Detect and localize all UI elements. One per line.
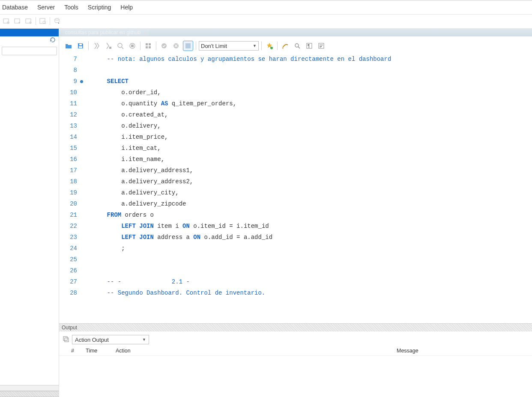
line-number: 8 [59,65,81,76]
code-line[interactable]: 18 a.delivery_address2, [59,176,532,187]
code-line[interactable]: 9 SELECT [59,76,532,87]
code-text[interactable]: -- - 2.1 - [81,276,190,287]
wrap-icon[interactable] [316,41,326,51]
code-line[interactable]: 25 [59,254,532,265]
menu-database[interactable]: Database [1,3,29,12]
code-text[interactable]: o.quantity AS q_item_per_orders, [81,98,236,109]
output-col-action[interactable]: Action [116,348,397,354]
code-text[interactable]: a.delivery_address2, [81,176,193,187]
menu-scripting[interactable]: Scripting [87,3,112,12]
rollback-icon[interactable] [171,41,181,51]
tab-title: consultas para publicar en github [65,30,140,36]
snippet-icon[interactable] [143,41,153,51]
code-text[interactable]: a.delivery_address1, [81,165,193,176]
favorite-icon[interactable] [264,41,275,51]
code-line[interactable]: 22 LEFT JOIN item i ON o.item_id = i.ite… [59,221,532,232]
open-file-icon[interactable] [63,41,74,51]
menu-server[interactable]: Server [36,3,56,12]
commit-icon[interactable] [159,41,169,51]
code-line[interactable]: 27 -- - 2.1 - [59,276,532,287]
code-text[interactable] [81,265,96,276]
navigator-header[interactable] [0,29,59,36]
line-number: 18 [59,176,81,187]
editor-tab[interactable]: consultas para publicar en github ✕ [63,29,149,36]
schema-search-input[interactable] [2,47,57,55]
code-text[interactable]: -- nota: algunos calculos y agrupamiento… [81,54,391,65]
explain-icon[interactable] [115,41,126,51]
output-header[interactable]: Output [59,324,532,331]
code-text[interactable]: FROM orders o [81,209,154,221]
close-icon[interactable]: ✕ [143,30,146,35]
db-sync-icon[interactable] [52,16,62,26]
output-stack-icon[interactable] [63,336,69,344]
code-line[interactable]: 19 a.delivery_city, [59,187,532,198]
line-number: 14 [59,131,81,143]
find-icon[interactable] [292,41,302,51]
execute-icon[interactable] [91,41,102,51]
code-line[interactable]: 14 i.item_price, [59,131,532,143]
code-text[interactable]: i.item_cat, [81,143,161,154]
output-title: Output [62,325,77,331]
code-line[interactable]: 11 o.quantity AS q_item_per_orders, [59,98,532,109]
code-text[interactable]: i.item_price, [81,131,168,143]
output-col-message[interactable]: Message [397,348,529,354]
code-line[interactable]: 12 o.created_at, [59,109,532,120]
autocommit-toggle-icon[interactable] [183,41,193,51]
row-limit-select[interactable]: Don't Limit ▼ [199,41,259,51]
new-sql-tab-icon[interactable] [2,16,11,26]
sql-editor[interactable]: 7 -- nota: algunos calculos y agrupamien… [59,54,532,323]
code-text[interactable]: ; [81,243,125,254]
svg-rect-14 [146,43,148,45]
execute-current-icon[interactable] [103,41,114,51]
menu-tools[interactable]: Tools [63,3,79,12]
code-line[interactable]: 20 a.delivery_zipcode [59,198,532,209]
line-number: 11 [59,98,81,109]
toolbar-ico-3[interactable] [24,16,33,26]
stop-icon[interactable] [127,41,137,51]
toolbar-separator [50,17,50,25]
code-text[interactable]: -- Segundo Dashboard. Control de inventa… [81,287,265,298]
svg-rect-15 [149,43,151,45]
code-line[interactable]: 13 o.delivery, [59,120,532,131]
svg-rect-20 [185,43,191,48]
svg-point-11 [118,43,122,48]
code-line[interactable]: 16 i.item_name, [59,154,532,165]
code-line[interactable]: 28 -- Segundo Dashboard. Control de inve… [59,287,532,298]
code-text[interactable]: LEFT JOIN item i ON o.item_id = i.item_i… [81,221,269,232]
code-line[interactable]: 26 [59,265,532,276]
output-columns: # Time Action Message [59,347,532,356]
code-line[interactable]: 10 o.order_id, [59,87,532,98]
code-line[interactable]: 23 LEFT JOIN address a ON o.add_id = a.a… [59,232,532,243]
sidebar-section-1[interactable] [0,385,59,391]
code-line[interactable]: 15 i.item_cat, [59,143,532,154]
invisible-chars-icon[interactable]: ¶ [304,41,314,51]
output-col-hash[interactable]: # [69,348,86,354]
new-sql-tab2-icon[interactable] [13,16,22,26]
line-number: 16 [59,154,81,165]
code-text[interactable]: a.delivery_city, [81,187,179,198]
query-toolbar: Don't Limit ▼ ¶ [59,36,532,54]
code-text[interactable]: o.delivery, [81,120,161,131]
code-line[interactable]: 7 -- nota: algunos calculos y agrupamien… [59,54,532,65]
inspector-icon[interactable] [38,16,48,26]
code-text[interactable]: LEFT JOIN address a ON o.add_id = a.add_… [81,232,272,243]
code-text[interactable]: o.order_id, [81,87,161,98]
code-text[interactable]: SELECT [81,76,129,87]
beautify-icon[interactable] [280,41,290,51]
menu-help[interactable]: Help [120,3,134,12]
save-icon[interactable] [75,41,86,51]
code-text[interactable]: i.item_name, [81,154,164,165]
output-col-time[interactable]: Time [86,348,116,354]
refresh-icon[interactable] [49,36,56,47]
code-text[interactable]: o.created_at, [81,109,168,120]
code-text[interactable]: a.delivery_zipcode [81,198,186,209]
code-line[interactable]: 24 ; [59,243,532,254]
output-type-select[interactable]: Action Output ▼ [72,335,149,344]
sidebar-section-2[interactable] [0,391,59,397]
code-text[interactable] [81,65,93,76]
code-text[interactable] [81,254,96,265]
code-line[interactable]: 17 a.delivery_address1, [59,165,532,176]
line-number: 9 [59,76,81,87]
code-line[interactable]: 21 FROM orders o [59,209,532,221]
code-line[interactable]: 8 [59,65,532,76]
